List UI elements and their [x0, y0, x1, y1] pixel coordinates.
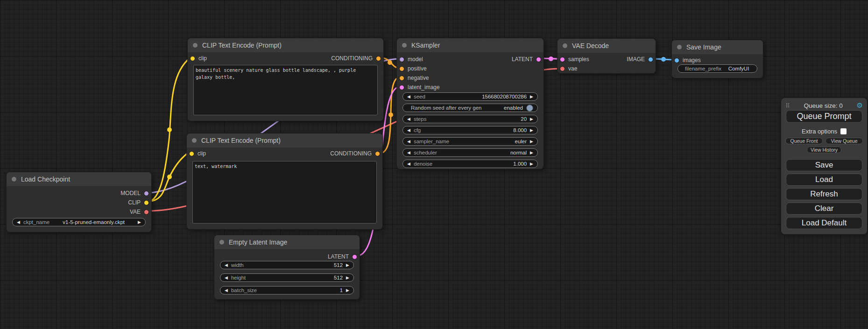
latent-image-input-socket[interactable]	[399, 85, 404, 90]
node-title-bar[interactable]: CLIP Text Encode (Prompt)	[187, 133, 382, 147]
seed-widget[interactable]: ◀ seed 156680208700286 ▶	[402, 92, 538, 101]
collapse-dot-icon[interactable]	[677, 45, 682, 49]
queue-size-label: Queue size: 0	[790, 102, 857, 109]
conditioning-output-socket[interactable]	[376, 56, 381, 61]
increment-arrow-icon[interactable]: ▶	[530, 151, 533, 155]
decrement-arrow-icon[interactable]: ◀	[407, 140, 410, 144]
decrement-arrow-icon[interactable]: ◀	[225, 263, 228, 267]
node-title-bar[interactable]: CLIP Text Encode (Prompt)	[188, 38, 383, 52]
vae-output-socket[interactable]	[144, 210, 149, 215]
queue-panel[interactable]: ⠿ Queue size: 0 ⚙ Queue Prompt Extra opt…	[781, 98, 867, 234]
decrement-arrow-icon[interactable]: ◀	[407, 128, 410, 133]
input-label-latent-image: latent_image	[408, 84, 440, 91]
height-value: 512	[334, 275, 343, 280]
node-load-checkpoint[interactable]: Load Checkpoint MODEL CLIP VAE ◀ ckpt_na…	[6, 172, 152, 232]
scheduler-widget[interactable]: ◀ scheduler normal ▶	[402, 148, 538, 157]
model-input-socket[interactable]	[399, 57, 404, 62]
samples-input-socket[interactable]	[560, 57, 565, 62]
increment-arrow-icon[interactable]: ▶	[530, 140, 533, 144]
clear-button[interactable]: Clear	[786, 203, 862, 215]
load-default-button[interactable]: Load Default	[786, 217, 862, 229]
collapse-dot-icon[interactable]	[402, 43, 407, 48]
node-ksampler[interactable]: KSampler model positive negative latent_…	[396, 38, 544, 169]
input-label-clip: clip	[198, 55, 207, 62]
node-title-bar[interactable]: Load Checkpoint	[7, 172, 151, 186]
increment-arrow-icon[interactable]: ▶	[346, 276, 349, 280]
decrement-arrow-icon[interactable]: ◀	[407, 151, 410, 155]
decrement-arrow-icon[interactable]: ◀	[17, 220, 20, 224]
node-title: Load Checkpoint	[21, 175, 70, 183]
ckpt-name-widget[interactable]: ◀ ckpt_name v1-5-pruned-emaonly.ckpt ▶	[12, 218, 146, 226]
sampler-name-widget[interactable]: ◀ sampler_name euler ▶	[402, 137, 538, 146]
node-title-bar[interactable]: Empty Latent Image	[214, 235, 360, 249]
decrement-arrow-icon[interactable]: ◀	[225, 288, 228, 293]
increment-arrow-icon[interactable]: ▶	[530, 95, 533, 99]
collapse-dot-icon[interactable]	[12, 177, 16, 182]
denoise-value: 1.000	[513, 161, 527, 167]
images-input-socket[interactable]	[674, 58, 679, 63]
negative-input-socket[interactable]	[399, 76, 404, 81]
filename-prefix-widget[interactable]: filename_prefix ComfyUI	[677, 64, 757, 73]
decrement-arrow-icon[interactable]: ◀	[407, 95, 410, 99]
latent-output-socket[interactable]	[536, 57, 541, 62]
extra-options-checkbox[interactable]	[840, 128, 847, 134]
queue-prompt-button[interactable]: Queue Prompt	[786, 110, 862, 123]
collapse-dot-icon[interactable]	[192, 138, 197, 143]
clip-input-socket[interactable]	[190, 56, 195, 61]
settings-gear-icon[interactable]: ⚙	[857, 101, 863, 110]
node-empty-latent-image[interactable]: Empty Latent Image LATENT ◀ width 512 ▶ …	[214, 235, 360, 300]
increment-arrow-icon[interactable]: ▶	[346, 263, 349, 267]
view-history-button[interactable]: View History	[807, 147, 841, 153]
cfg-widget[interactable]: ◀ cfg 8.000 ▶	[402, 126, 538, 134]
vae-input-socket[interactable]	[560, 66, 565, 71]
negative-prompt-textarea[interactable]: text, watermark	[192, 161, 377, 224]
refresh-button[interactable]: Refresh	[786, 188, 862, 200]
ckpt-name-value: v1-5-pruned-emaonly.ckpt	[53, 219, 134, 225]
input-label-clip: clip	[198, 150, 206, 157]
collapse-dot-icon[interactable]	[563, 43, 567, 48]
conditioning-output-socket[interactable]	[375, 151, 380, 156]
load-button[interactable]: Load	[786, 174, 862, 186]
clip-input-socket[interactable]	[189, 151, 194, 156]
node-title-bar[interactable]: KSampler	[397, 38, 543, 52]
node-title-bar[interactable]: VAE Decode	[557, 39, 656, 53]
node-graph-canvas[interactable]: Load Checkpoint MODEL CLIP VAE ◀ ckpt_na…	[0, 0, 868, 329]
node-clip-text-encode-negative[interactable]: CLIP Text Encode (Prompt) clip CONDITION…	[186, 133, 383, 230]
drag-handle-icon[interactable]: ⠿	[785, 102, 790, 109]
decrement-arrow-icon[interactable]: ◀	[407, 117, 410, 121]
node-vae-decode[interactable]: VAE Decode samples vae IMAGE	[557, 38, 656, 74]
view-queue-button[interactable]: View Queue	[826, 138, 863, 144]
denoise-widget[interactable]: ◀ denoise 1.000 ▶	[402, 160, 538, 168]
increment-arrow-icon[interactable]: ▶	[530, 128, 533, 133]
decrement-arrow-icon[interactable]: ◀	[225, 276, 228, 280]
input-label-model: model	[408, 56, 423, 63]
node-title: VAE Decode	[572, 42, 609, 49]
positive-prompt-textarea[interactable]: beautiful scenery nature glass bottle la…	[193, 65, 378, 115]
collapse-dot-icon[interactable]	[219, 240, 224, 245]
width-widget[interactable]: ◀ width 512 ▶	[220, 261, 354, 269]
increment-arrow-icon[interactable]: ▶	[346, 288, 349, 293]
output-label-vae: VAE	[130, 209, 141, 215]
increment-arrow-icon[interactable]: ▶	[530, 117, 533, 121]
increment-arrow-icon[interactable]: ▶	[138, 220, 141, 224]
node-save-image[interactable]: Save Image images filename_prefix ComfyU…	[671, 40, 763, 78]
node-title-bar[interactable]: Save Image	[672, 40, 763, 54]
latent-output-socket[interactable]	[352, 254, 357, 259]
increment-arrow-icon[interactable]: ▶	[530, 162, 533, 166]
clip-output-socket[interactable]	[144, 200, 149, 205]
queue-front-button[interactable]: Queue Front	[785, 138, 823, 144]
batch-size-widget[interactable]: ◀ batch_size 1 ▶	[220, 286, 354, 294]
height-widget[interactable]: ◀ height 512 ▶	[220, 273, 354, 282]
decrement-arrow-icon[interactable]: ◀	[407, 162, 410, 166]
positive-input-socket[interactable]	[399, 66, 404, 71]
toggle-dot[interactable]	[526, 105, 533, 112]
collapse-dot-icon[interactable]	[193, 43, 198, 48]
input-label-vae: vae	[568, 65, 577, 72]
random-seed-toggle-widget[interactable]: Random seed after every gen enabled	[402, 104, 538, 112]
steps-widget[interactable]: ◀ steps 20 ▶	[402, 115, 538, 123]
image-output-socket[interactable]	[648, 57, 653, 62]
wire-dot	[167, 127, 172, 132]
node-clip-text-encode-positive[interactable]: CLIP Text Encode (Prompt) clip CONDITION…	[187, 38, 384, 121]
save-button[interactable]: Save	[786, 159, 862, 171]
model-output-socket[interactable]	[144, 191, 149, 196]
